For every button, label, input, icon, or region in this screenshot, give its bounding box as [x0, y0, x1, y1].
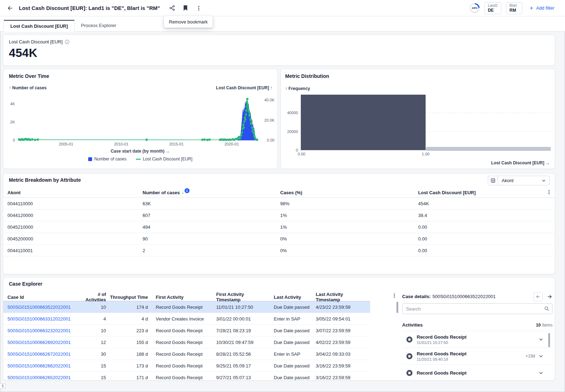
info-icon[interactable]	[65, 39, 70, 44]
activity-item[interactable]: Record Goods Receipt11/01/21 10:27:50	[402, 331, 553, 348]
data-point[interactable]	[246, 101, 248, 104]
data-point[interactable]	[250, 123, 252, 125]
data-point[interactable]	[245, 113, 247, 116]
activities-scrollbar[interactable]	[548, 333, 550, 347]
table-view-icon[interactable]	[488, 176, 498, 185]
data-point[interactable]	[37, 138, 39, 141]
data-point[interactable]	[244, 118, 246, 121]
data-point[interactable]	[225, 139, 228, 141]
data-point[interactable]	[240, 134, 242, 137]
data-point[interactable]	[250, 121, 252, 123]
column-header[interactable]: Lost Cash Discount [EUR]	[418, 190, 540, 195]
next-case-button[interactable]	[547, 294, 553, 300]
data-point[interactable]	[247, 107, 249, 110]
data-point[interactable]	[251, 127, 253, 129]
data-point[interactable]	[242, 123, 244, 126]
data-point[interactable]	[248, 111, 250, 113]
tab-lost-cash-discount[interactable]: Lost Cash Discount [EUR]	[4, 20, 75, 32]
metric-distribution-chart[interactable]: 020000400000.001.00	[281, 90, 555, 156]
back-button[interactable]	[6, 4, 14, 12]
chevron-down-icon[interactable]	[539, 371, 543, 375]
case-row[interactable]: 500SG015100066267202200130188 dRecord Go…	[3, 348, 370, 360]
share-button[interactable]	[168, 4, 177, 12]
column-menu-button[interactable]	[547, 190, 551, 196]
data-point[interactable]	[29, 139, 31, 141]
breakdown-row[interactable]: 004411000063K98%454K	[3, 198, 555, 210]
case-row[interactable]: 500SG015100066269202200112155 dRecord Go…	[3, 337, 370, 348]
histogram-bar[interactable]	[301, 95, 426, 150]
data-point[interactable]	[244, 117, 246, 119]
activity-search-input[interactable]	[402, 303, 553, 314]
tab-process-explorer[interactable]: Process Explorer	[75, 20, 123, 32]
case-id-link[interactable]: 500SG0151000662692022001	[7, 340, 78, 345]
activity-item[interactable]: Record Goods Receipt11/20/21 08:40:19+19…	[402, 348, 553, 365]
case-row[interactable]: 500SG015100066352202200110174 dRecord Go…	[3, 301, 370, 313]
data-point[interactable]	[245, 110, 247, 112]
data-point[interactable]	[206, 139, 208, 141]
bookmark-button[interactable]	[181, 4, 190, 12]
attribute-selector[interactable]: Akont	[488, 176, 550, 185]
case-id-link[interactable]: 500SG0151000662652022001	[7, 375, 78, 380]
activity-item[interactable]: Record Goods Receipt	[402, 365, 553, 381]
column-header[interactable]: Cases (%)	[280, 190, 418, 195]
case-table-menu-button[interactable]	[392, 293, 397, 300]
case-row[interactable]: 500SG015100066323202200110223 dRecord Go…	[3, 325, 370, 337]
column-header[interactable]: First Activity Timestamp	[210, 292, 268, 302]
data-point[interactable]	[31, 138, 33, 141]
breakdown-row[interactable]: 00452100004941%0.00	[3, 221, 555, 233]
metric-over-time-chart[interactable]: 02K4K0.0020.0K40.0K2005-012010-012015-01…	[6, 91, 275, 147]
add-filter-button[interactable]: + Add filter	[530, 5, 554, 11]
data-point[interactable]	[246, 106, 248, 108]
filter-chip-blart[interactable]: Blart RM	[506, 2, 522, 14]
legend-item[interactable]: Lost Cash Discount [EUR]	[136, 157, 192, 161]
data-point[interactable]	[203, 138, 206, 141]
case-id-link[interactable]: 500SG0151000662662022001	[7, 363, 78, 369]
column-header[interactable]: Throughput Time	[108, 295, 150, 300]
data-point[interactable]	[208, 139, 210, 141]
x-axis-label[interactable]: Case start date (by month) →	[3, 149, 277, 154]
case-id-link[interactable]: 500SG0151000662672022001	[7, 351, 78, 357]
data-point[interactable]	[201, 139, 203, 141]
data-point[interactable]	[243, 127, 245, 129]
data-point[interactable]	[243, 121, 245, 123]
breakdown-row[interactable]: 004411000120%0.00	[3, 245, 555, 256]
column-header[interactable]: # of Activities	[78, 292, 108, 302]
column-header[interactable]: First Activity	[150, 295, 210, 300]
data-point[interactable]	[241, 132, 243, 134]
column-header[interactable]: Akont	[7, 190, 143, 195]
distribution-x-label[interactable]: Lost Cash Discount [EUR] →	[491, 160, 550, 165]
previous-case-button[interactable]	[533, 292, 543, 301]
data-point[interactable]	[145, 139, 148, 141]
breakdown-row[interactable]: 00441200006071%38.4	[3, 210, 555, 221]
case-id-link[interactable]: 500SG0151000663522022001	[7, 304, 78, 310]
column-header[interactable]: Last Activity Timestamp	[310, 292, 363, 302]
left-axis-label[interactable]: ↑ Number of cases	[9, 85, 47, 90]
case-row[interactable]: 500SG015100066265202200115171 dRecord Go…	[3, 372, 370, 381]
right-axis-label[interactable]: Lost Cash Discount [EUR] ↑	[216, 85, 272, 90]
legend-item[interactable]: Number of cases	[88, 157, 127, 161]
chevron-down-icon[interactable]	[539, 337, 543, 342]
filter-chip-land1[interactable]: Land1 DE	[484, 2, 501, 14]
data-point[interactable]	[252, 128, 254, 131]
chevron-down-icon[interactable]	[539, 354, 543, 359]
data-point[interactable]	[246, 98, 249, 100]
breakdown-row[interactable]: 0045200000900%0.00	[3, 233, 555, 245]
discount-line-series[interactable]	[19, 99, 257, 140]
case-row[interactable]: 500SG015100066331202200144 dVendor Creat…	[3, 313, 370, 325]
data-point[interactable]	[229, 139, 231, 141]
data-point[interactable]	[239, 137, 241, 139]
data-point[interactable]	[253, 132, 255, 134]
more-menu-button[interactable]	[194, 4, 203, 12]
data-point[interactable]	[248, 115, 250, 117]
data-point[interactable]	[34, 139, 36, 141]
data-point[interactable]	[249, 112, 251, 115]
column-header[interactable]: Last Activity	[268, 295, 310, 300]
histogram-scrollbar[interactable]	[426, 147, 551, 151]
data-point[interactable]	[256, 139, 258, 141]
case-id-link[interactable]: 500SG0151000663232022001	[7, 328, 78, 333]
column-header[interactable]: Case Id	[7, 295, 78, 300]
column-header[interactable]: Number of cases↓1	[143, 190, 280, 195]
case-table-scrollbar[interactable]	[396, 302, 398, 313]
data-point[interactable]	[249, 118, 251, 121]
case-row[interactable]: 500SG015100066266202200115173 dRecord Go…	[3, 360, 370, 372]
